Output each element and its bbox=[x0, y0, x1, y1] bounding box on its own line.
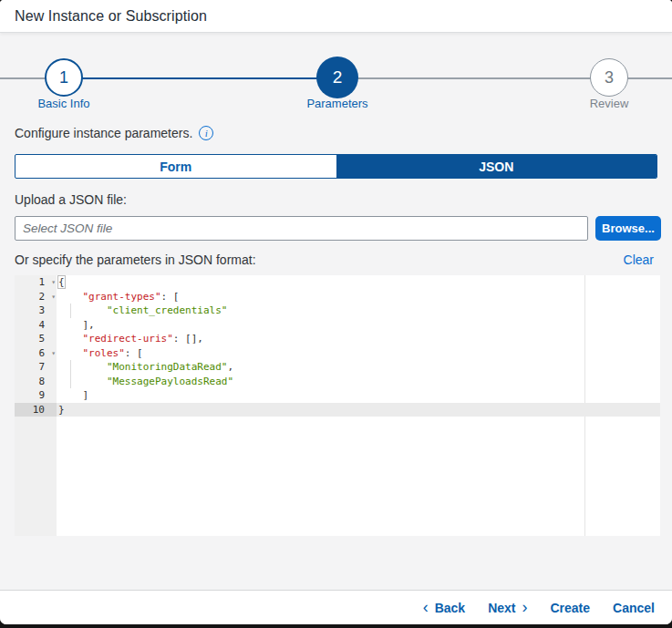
next-button[interactable]: Next › bbox=[488, 600, 527, 616]
step-1-label[interactable]: Basic Info bbox=[0, 97, 128, 110]
gutter-line-8: 8 bbox=[15, 375, 57, 389]
gutter-line-4: 4 bbox=[15, 318, 57, 333]
gutter-line-7: 7 bbox=[15, 360, 57, 375]
gutter-line-9: 9 bbox=[15, 388, 57, 403]
json-format-label: Or specify the parameters in JSON format… bbox=[15, 252, 256, 267]
step-1-circle[interactable]: 1 bbox=[45, 58, 83, 97]
create-button-label: Create bbox=[550, 601, 590, 615]
form-json-switch: Form JSON bbox=[15, 154, 657, 179]
screen-background: New Instance or Subscription 1 2 3 Basic… bbox=[0, 0, 672, 628]
tab-form[interactable]: Form bbox=[16, 155, 336, 178]
step-2-label: Parameters bbox=[274, 97, 401, 110]
step-1-number: 1 bbox=[59, 68, 68, 88]
file-input[interactable] bbox=[15, 216, 588, 241]
new-instance-dialog: New Instance or Subscription 1 2 3 Basic… bbox=[0, 0, 672, 624]
back-button-label: Back bbox=[435, 601, 465, 615]
json-format-row: Or specify the parameters in JSON format… bbox=[15, 252, 654, 267]
step-3-circle: 3 bbox=[590, 58, 628, 97]
next-button-label: Next bbox=[488, 601, 515, 615]
back-button[interactable]: ‹ Back bbox=[423, 600, 465, 616]
code-line-3: "client_credentials" bbox=[57, 304, 660, 318]
gutter-line-3: 3 bbox=[15, 304, 57, 318]
info-icon[interactable]: i bbox=[199, 126, 213, 140]
step-2-circle[interactable]: 2 bbox=[316, 57, 358, 98]
wizard-progress: 1 2 3 Basic Info Parameters Review bbox=[0, 33, 672, 126]
step-2-number: 2 bbox=[333, 67, 343, 88]
code-line-1: { bbox=[57, 275, 660, 290]
dialog-footer: ‹ Back Next › Create Cancel bbox=[0, 590, 672, 624]
code-line-5: "redirect-uris": [], bbox=[57, 332, 660, 346]
json-editor-gutter: 1▾2▾3456▾78910 bbox=[15, 275, 57, 536]
step-3-number: 3 bbox=[605, 68, 614, 88]
cancel-button[interactable]: Cancel bbox=[613, 601, 655, 615]
tab-json[interactable]: JSON bbox=[336, 155, 657, 178]
gutter-line-2: 2▾ bbox=[15, 290, 57, 304]
json-editor-lines: { "grant-types": [ "client_credentials" … bbox=[57, 275, 660, 417]
chevron-right-icon: › bbox=[522, 599, 527, 615]
json-editor[interactable]: 1▾2▾3456▾78910 { "grant-types": [ "clien… bbox=[15, 275, 660, 536]
clear-button[interactable]: Clear bbox=[624, 252, 654, 267]
indent-guide bbox=[70, 360, 71, 375]
indent-guide bbox=[70, 375, 71, 389]
upload-label: Upload a JSON file: bbox=[15, 192, 127, 207]
code-line-10: } bbox=[57, 403, 660, 417]
chevron-left-icon: ‹ bbox=[423, 599, 429, 615]
dialog-title: New Instance or Subscription bbox=[15, 8, 207, 25]
cancel-button-label: Cancel bbox=[613, 601, 655, 615]
code-line-2: "grant-types": [ bbox=[57, 290, 660, 304]
fold-toggle-icon[interactable]: ▾ bbox=[51, 290, 56, 304]
code-line-8: "MessagePayloadsRead" bbox=[57, 375, 660, 389]
fold-toggle-icon[interactable]: ▾ bbox=[51, 346, 56, 361]
instruction-row: Configure instance parameters. i bbox=[15, 126, 213, 140]
gutter-line-1: 1▾ bbox=[15, 275, 57, 290]
code-line-4: ], bbox=[57, 318, 660, 333]
instruction-text: Configure instance parameters. bbox=[15, 126, 192, 140]
dialog-header: New Instance or Subscription bbox=[0, 0, 672, 33]
upload-row: Browse... bbox=[15, 216, 661, 241]
indent-guide bbox=[70, 304, 71, 318]
browse-button[interactable]: Browse... bbox=[595, 216, 661, 241]
code-line-7: "MonitoringDataRead", bbox=[57, 360, 660, 375]
gutter-line-10: 10 bbox=[15, 403, 57, 417]
fold-toggle-icon[interactable]: ▾ bbox=[51, 275, 56, 290]
progress-track-completed bbox=[64, 77, 337, 80]
gutter-line-6: 6▾ bbox=[15, 346, 57, 361]
step-3-label: Review bbox=[545, 97, 672, 110]
create-button[interactable]: Create bbox=[550, 601, 590, 615]
code-line-9: ] bbox=[57, 388, 660, 403]
gutter-line-5: 5 bbox=[15, 332, 57, 346]
code-line-6: "roles": [ bbox=[57, 346, 660, 361]
json-editor-code[interactable]: { "grant-types": [ "client_credentials" … bbox=[57, 275, 660, 536]
